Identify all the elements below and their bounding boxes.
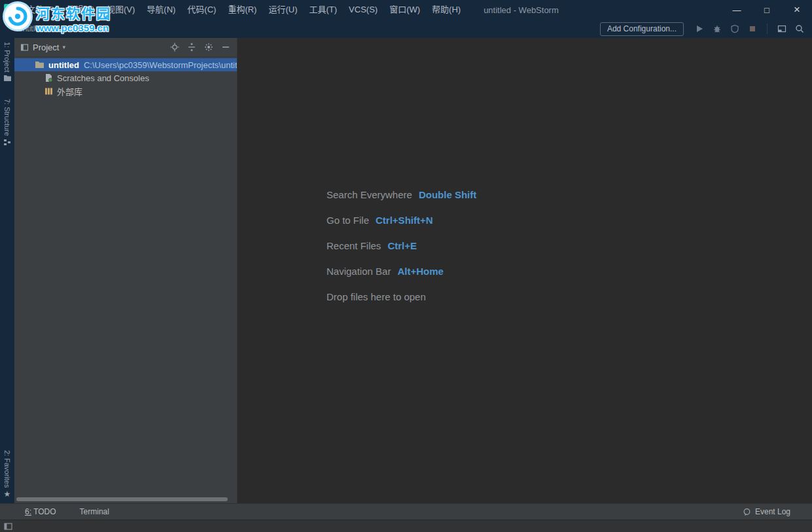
menu-run[interactable]: 运行(U) [262, 0, 303, 20]
tool-window-structure-button[interactable]: 7: Structure [3, 99, 11, 146]
menu-code[interactable]: 代码(C) [181, 0, 222, 20]
project-tab-icon [20, 43, 29, 52]
debug-icon[interactable] [710, 22, 724, 36]
menu-bar: 文件(F) 编辑(E) 视图(V) 导航(N) 代码(C) 重构(R) 运行(U… [21, 0, 467, 20]
menu-refactor[interactable]: 重构(R) [222, 0, 262, 20]
hint-go-to-file: Go to File Ctrl+Shift+N [327, 207, 476, 233]
menu-view[interactable]: 视图(V) [101, 0, 141, 20]
collapse-all-icon[interactable] [187, 43, 196, 52]
chevron-down-icon[interactable]: ▾ [62, 44, 65, 50]
shortcut-hints: Search Everywhere Double Shift Go to Fil… [327, 182, 476, 310]
todo-button[interactable]: 6: TODO [25, 507, 56, 516]
menu-window[interactable]: 窗口(W) [383, 0, 426, 20]
window-title: untitled - WebStorm [484, 5, 559, 15]
event-log-icon [743, 508, 751, 516]
project-tree: untitled C:\Users\pc0359\WebstormProject… [14, 57, 237, 503]
webstorm-window: 河东软件园 www.pc0359.cn WS 文件(F) 编辑(E) 视图(V)… [0, 0, 812, 532]
toolbar-right-group: Add Configuration... [600, 22, 807, 36]
left-tool-strip: 1: Project 7: Structure 2: Favorites ★ [0, 38, 14, 503]
menu-vcs[interactable]: VCS(S) [343, 0, 383, 20]
stop-icon[interactable] [745, 22, 760, 36]
tree-item-name: untitled [48, 60, 79, 70]
library-icon [44, 87, 53, 96]
tree-item-untitled[interactable]: untitled C:\Users\pc0359\WebstormProject… [14, 58, 237, 71]
menu-tools[interactable]: 工具(T) [303, 0, 343, 20]
tree-item-path: C:\Users\pc0359\WebstormProjects\untitle [84, 60, 237, 70]
locate-icon[interactable] [170, 43, 179, 52]
structure-button-label: 7: Structure [3, 99, 11, 136]
star-icon: ★ [4, 490, 11, 498]
structure-stripe-icon [3, 139, 11, 146]
hint-search-everywhere: Search Everywhere Double Shift [327, 182, 476, 207]
maximize-button[interactable]: □ [752, 0, 782, 20]
project-panel-title[interactable]: Project [33, 43, 59, 52]
terminal-button[interactable]: Terminal [80, 507, 109, 516]
tool-window-favorites-button[interactable]: 2: Favorites ★ [3, 450, 11, 498]
gear-icon[interactable] [204, 43, 213, 52]
hint-navigation-bar: Navigation Bar Alt+Home [327, 258, 476, 284]
status-bar [0, 520, 812, 532]
tree-item-scratches[interactable]: Scratches and Consoles [14, 71, 237, 84]
main-toolbar: untitled Add Configuration... [0, 20, 812, 38]
main-area: 1: Project 7: Structure 2: Favorites ★ [0, 38, 812, 503]
add-configuration-button[interactable]: Add Configuration... [600, 22, 684, 36]
close-button[interactable]: × [782, 0, 812, 20]
editor-area[interactable]: Search Everywhere Double Shift Go to Fil… [238, 38, 812, 503]
title-bar: WS 文件(F) 编辑(E) 视图(V) 导航(N) 代码(C) 重构(R) 运… [0, 0, 812, 20]
search-icon[interactable] [792, 22, 807, 36]
horizontal-scrollbar[interactable] [16, 497, 228, 501]
project-button-label: 1: Project [3, 42, 11, 72]
tool-window-project-button[interactable]: 1: Project [3, 42, 12, 82]
project-panel-header: Project ▾ [14, 38, 237, 57]
layout-icon[interactable] [775, 22, 789, 36]
run-icon[interactable] [692, 22, 707, 36]
coverage-icon[interactable] [728, 22, 742, 36]
menu-navigate[interactable]: 导航(N) [141, 0, 181, 20]
event-log-label: Event Log [755, 507, 790, 516]
breadcrumb[interactable]: untitled [18, 24, 44, 33]
project-stripe-icon [3, 75, 12, 82]
bottom-tool-bar: 6: TODO Terminal Event Log [0, 503, 812, 520]
hint-drop-files: Drop files here to open [327, 284, 476, 310]
minimize-button[interactable]: — [722, 0, 752, 20]
window-controls: — □ × [722, 0, 812, 20]
favorites-button-label: 2: Favorites [3, 450, 11, 488]
menu-file[interactable]: 文件(F) [21, 0, 61, 20]
menu-edit[interactable]: 编辑(E) [61, 0, 101, 20]
tree-item-name: 外部库 [57, 85, 82, 98]
webstorm-logo-icon: WS [4, 4, 16, 16]
project-tool-window: Project ▾ [14, 38, 238, 503]
hide-panel-icon[interactable] [221, 43, 230, 52]
toolbar-separator [767, 24, 768, 34]
event-log-button[interactable]: Event Log [743, 507, 790, 516]
tree-item-external-libraries[interactable]: 外部库 [14, 84, 237, 98]
menu-help[interactable]: 帮助(H) [426, 0, 467, 20]
hint-recent-files: Recent Files Ctrl+E [327, 233, 476, 258]
toggle-tool-buttons-icon[interactable] [4, 523, 12, 530]
folder-icon [35, 61, 44, 69]
scratches-icon [44, 73, 53, 82]
panel-header-actions [170, 43, 232, 52]
tree-item-name: Scratches and Consoles [57, 73, 149, 83]
